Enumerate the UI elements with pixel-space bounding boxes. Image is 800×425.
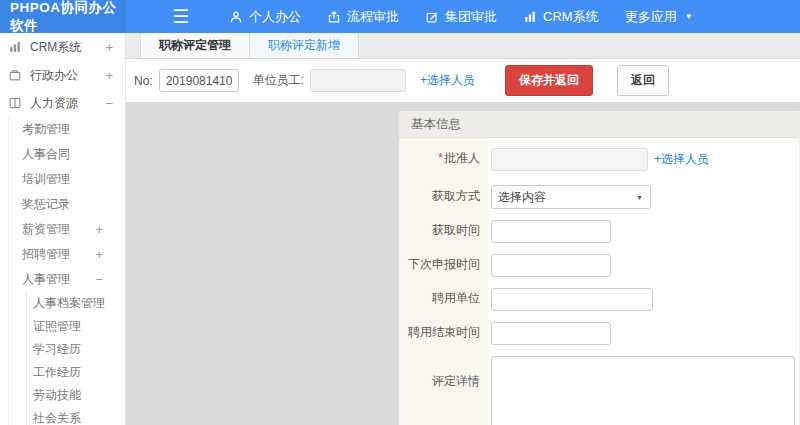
app-window: PHPOA协同办公软件 ☰ 个人办公 流程审批 集团审批 CRM系统 更多应用 … [0, 0, 800, 425]
bar-chart-icon [8, 39, 24, 55]
top-nav: 个人办公 流程审批 集团审批 CRM系统 更多应用 ▼ [229, 8, 693, 26]
sidebar-item-work-experience[interactable]: 工作经历 [27, 361, 125, 384]
employer-label: 聘用单位 [399, 282, 488, 316]
main-area: 职称评定管理 职称评定新增 No: 单位员工: +选择人员 保存并返回 返回 基… [126, 33, 800, 425]
acquire-method-select[interactable]: 选择内容 ▼ [491, 185, 651, 209]
top-header: PHPOA协同办公软件 ☰ 个人办公 流程审批 集团审批 CRM系统 更多应用 … [0, 0, 800, 33]
sidebar-item-certificates[interactable]: 证照管理 [27, 315, 125, 338]
nav-group-approval[interactable]: 集团审批 [425, 8, 497, 26]
employer-input[interactable] [491, 288, 653, 311]
no-label: No: [134, 74, 153, 88]
collapse-icon[interactable]: − [105, 96, 113, 111]
acquire-method-label: 获取方式 [399, 179, 488, 214]
toolbar: No: 单位员工: +选择人员 保存并返回 返回 [126, 59, 800, 103]
acquire-time-input[interactable] [491, 220, 611, 243]
tab-bar: 职称评定管理 职称评定新增 [126, 33, 800, 59]
save-and-return-button[interactable]: 保存并返回 [505, 65, 593, 96]
evaluation-details-textarea[interactable] [491, 356, 795, 425]
employment-end-time-label: 聘用结束时间 [399, 316, 488, 350]
sidebar-submenu-hr: 考勤管理 人事合同 培训管理 奖惩记录 薪资管理+ 招聘管理+ 人事管理− 人事… [8, 117, 125, 425]
nav-crm-system[interactable]: CRM系统 [523, 8, 599, 26]
sidebar-item-salary[interactable]: 薪资管理+ [9, 217, 125, 242]
approver-label: *批准人 [399, 138, 488, 179]
sidebar-item-rewards[interactable]: 奖惩记录 [9, 192, 125, 217]
sidebar-item-crm[interactable]: CRM系统 + [0, 33, 125, 61]
content-background: 基本信息 *批准人 +选择人员 获取方式 选择内容 ▼ [126, 103, 800, 425]
caret-down-icon: ▼ [636, 194, 643, 201]
required-mark: * [438, 151, 443, 167]
sidebar-item-social-relations[interactable]: 社会关系 [27, 407, 125, 425]
nav-personal-office[interactable]: 个人办公 [229, 8, 301, 26]
form-row-next-declare-time: 下次申报时间 [399, 248, 799, 282]
employee-input[interactable] [310, 69, 406, 92]
form-row-acquire-method: 获取方式 选择内容 ▼ [399, 179, 799, 214]
briefcase-icon [8, 67, 24, 83]
sidebar-item-admin-office[interactable]: 行政办公 + [0, 61, 125, 89]
nav-more-apps[interactable]: 更多应用 ▼ [625, 8, 693, 26]
sidebar-item-education[interactable]: 学习经历 [27, 338, 125, 361]
next-declare-time-label: 下次申报时间 [399, 248, 488, 282]
evaluation-details-label: 评定详情 [399, 350, 488, 425]
no-input[interactable] [159, 69, 239, 92]
user-icon [229, 10, 243, 24]
sidebar-item-labor-skills[interactable]: 劳动技能 [27, 384, 125, 407]
nav-workflow-approval[interactable]: 流程审批 [327, 8, 399, 26]
collapse-icon[interactable]: − [95, 272, 103, 287]
menu-toggle-icon[interactable]: ☰ [172, 7, 189, 26]
sidebar-submenu-personnel: 人事档案管理 证照管理 学习经历 工作经历 劳动技能 社会关系 [26, 292, 125, 425]
form-row-approver: *批准人 +选择人员 [399, 138, 799, 179]
expand-icon[interactable]: + [105, 40, 113, 55]
tab-title-evaluation-management[interactable]: 职称评定管理 [140, 33, 250, 58]
sidebar-item-personnel-files[interactable]: 人事档案管理 [27, 292, 125, 315]
employee-label: 单位员工: [253, 72, 304, 89]
basic-info-panel: 基本信息 *批准人 +选择人员 获取方式 选择内容 ▼ [398, 111, 800, 425]
sidebar-item-hr[interactable]: 人力资源 − [0, 89, 125, 117]
form-row-acquire-time: 获取时间 [399, 214, 799, 248]
sidebar-item-attendance[interactable]: 考勤管理 [9, 117, 125, 142]
workflow-icon [327, 10, 341, 24]
expand-icon[interactable]: + [95, 247, 103, 262]
caret-down-icon: ▼ [685, 13, 693, 21]
sidebar-item-recruit[interactable]: 招聘管理+ [9, 242, 125, 267]
edit-icon [425, 10, 439, 24]
sidebar-item-personnel[interactable]: 人事管理− [9, 267, 125, 292]
form-row-evaluation-details: 评定详情 [399, 350, 799, 425]
expand-icon[interactable]: + [105, 68, 113, 83]
sidebar-item-hr-contract[interactable]: 人事合同 [9, 142, 125, 167]
tab-title-evaluation-new[interactable]: 职称评定新增 [250, 33, 359, 58]
return-button[interactable]: 返回 [617, 65, 669, 96]
expand-icon[interactable]: + [95, 222, 103, 237]
app-logo: PHPOA协同办公软件 [0, 0, 126, 33]
form-row-employment-end-time: 聘用结束时间 [399, 316, 799, 350]
bar-chart-icon [523, 10, 537, 24]
section-title: 基本信息 [399, 111, 799, 138]
sidebar-item-training[interactable]: 培训管理 [9, 167, 125, 192]
next-declare-time-input[interactable] [491, 254, 611, 277]
select-person-link[interactable]: +选择人员 [420, 72, 475, 89]
sidebar: CRM系统 + 行政办公 + 人力资源 − 考勤管理 人事合同 培训管理 奖惩记… [0, 33, 126, 425]
employment-end-time-input[interactable] [491, 322, 611, 345]
approver-input[interactable] [491, 148, 648, 171]
form-row-employer: 聘用单位 [399, 282, 799, 316]
select-person-link-form[interactable]: +选择人员 [654, 151, 709, 168]
acquire-time-label: 获取时间 [399, 214, 488, 248]
book-icon [8, 95, 24, 111]
